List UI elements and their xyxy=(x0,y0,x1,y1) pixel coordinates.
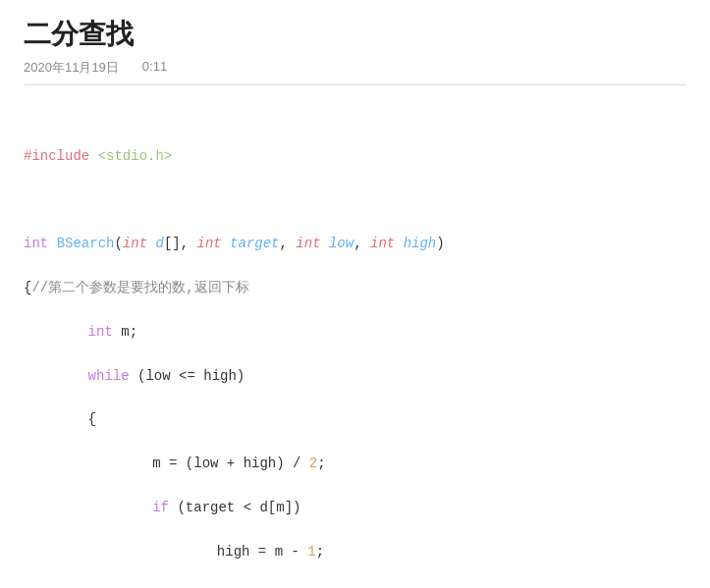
code-line-comment: {//第二个参数是要找的数,返回下标 xyxy=(24,277,686,298)
code-line-blank1 xyxy=(24,189,686,211)
page-title: 二分查找 xyxy=(24,16,686,53)
time: 0:11 xyxy=(142,59,167,77)
code-line-m-calc: m = (low + high) / 2; xyxy=(24,453,686,474)
code-line-int-m: int m; xyxy=(24,321,686,343)
page-container: 二分查找 2020年11月19日 0:11 #include <stdio.h>… xyxy=(0,0,710,588)
date: 2020年11月19日 xyxy=(24,59,119,77)
code-line-else-if: else if (target>d[m]) xyxy=(24,585,686,588)
code-block: #include <stdio.h> int BSearch(int d[], … xyxy=(24,101,686,588)
page-meta: 2020年11月19日 0:11 xyxy=(24,59,686,85)
code-line-while: while (low <= high) xyxy=(24,365,686,387)
code-line-include: #include <stdio.h> xyxy=(24,145,686,167)
code-line-brace-open: { xyxy=(24,408,686,430)
code-line-func-decl: int BSearch(int d[], int target, int low… xyxy=(24,233,686,254)
code-line-if: if (target < d[m]) xyxy=(24,497,686,518)
code-line-high: high = m - 1; xyxy=(24,541,686,562)
